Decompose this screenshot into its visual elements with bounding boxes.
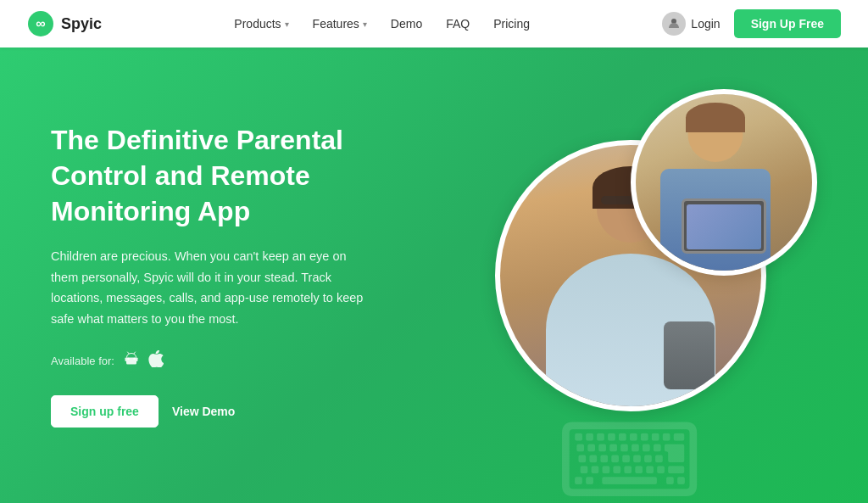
svg-text:∞: ∞ <box>36 16 45 31</box>
hero-images <box>427 89 817 462</box>
hero-title: The Definitive Parental Control and Remo… <box>51 123 390 229</box>
hero-cta-buttons: Sign up free View Demo <box>51 395 390 428</box>
nav-faq[interactable]: FAQ <box>446 17 470 31</box>
child-circle-image <box>631 89 817 276</box>
hero-content: The Definitive Parental Control and Remo… <box>0 123 390 427</box>
svg-rect-7 <box>125 357 126 361</box>
hero-description: Children are precious. When you can't ke… <box>51 246 373 330</box>
hero-demo-button[interactable]: View Demo <box>172 405 235 418</box>
logo-icon: ∞ <box>27 10 54 37</box>
chevron-down-icon: ▾ <box>363 20 367 29</box>
svg-line-6 <box>134 352 136 354</box>
navbar: ∞ Spyic Products ▾ Features ▾ Demo FAQ P… <box>0 0 868 48</box>
nav-features[interactable]: Features ▾ <box>313 17 367 31</box>
chevron-down-icon: ▾ <box>285 20 289 29</box>
hero-section: ⌨ The Definitive Parental Control and Re… <box>0 48 868 503</box>
nav-pricing[interactable]: Pricing <box>493 17 530 31</box>
nav-products[interactable]: Products ▾ <box>234 17 288 31</box>
navbar-actions: Login Sign Up Free <box>662 9 841 38</box>
main-nav: Products ▾ Features ▾ Demo FAQ Pricing <box>234 17 530 31</box>
signup-button[interactable]: Sign Up Free <box>734 9 841 38</box>
hero-signup-button[interactable]: Sign up free <box>51 395 159 428</box>
login-button[interactable]: Login <box>662 12 720 36</box>
available-platforms: Available for: <box>51 350 390 372</box>
platform-icons <box>123 350 164 372</box>
svg-line-5 <box>127 352 129 354</box>
nav-demo[interactable]: Demo <box>391 17 422 31</box>
android-icon <box>123 350 140 372</box>
svg-rect-8 <box>136 357 138 361</box>
user-icon <box>662 12 686 36</box>
brand-name: Spyic <box>61 15 102 33</box>
apple-icon <box>148 350 164 372</box>
logo[interactable]: ∞ Spyic <box>27 10 102 37</box>
